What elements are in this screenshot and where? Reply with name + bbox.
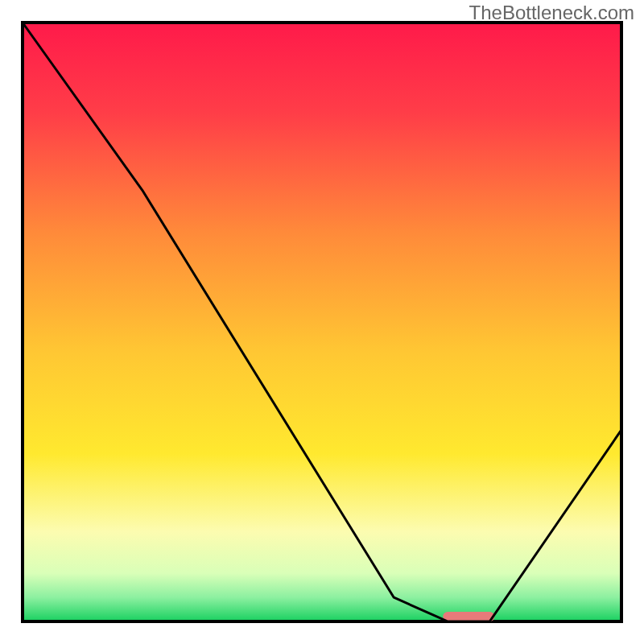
chart-plot	[0, 0, 644, 644]
bottleneck-chart: TheBottleneck.com	[0, 0, 644, 644]
plot-background	[23, 23, 621, 621]
watermark-label: TheBottleneck.com	[469, 2, 634, 24]
